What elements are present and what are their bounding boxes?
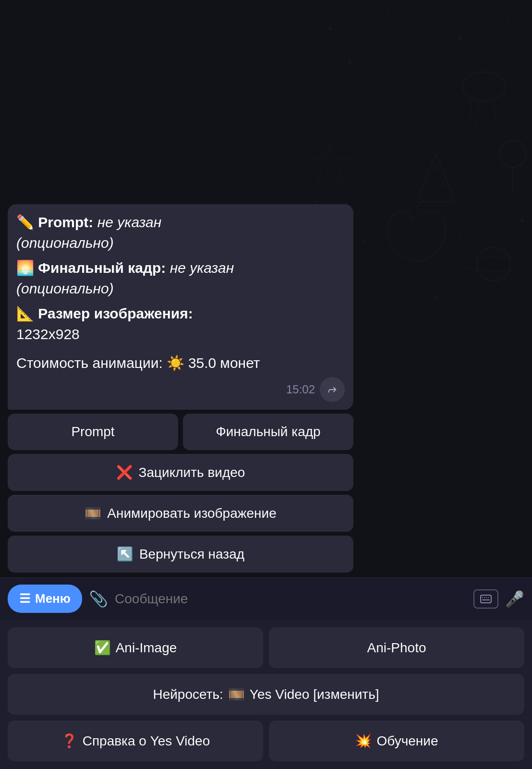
svg-rect-24 [481, 595, 491, 603]
neural-network-button[interactable]: Нейросеть: 🎞️ Yes Video [изменить] [8, 674, 524, 715]
final-frame-label: Финальный кадр: [38, 260, 166, 276]
loop-video-button[interactable]: ❌ Зациклить видео [8, 454, 353, 491]
forward-button[interactable] [320, 377, 345, 402]
prompt-label: Prompt: [38, 214, 93, 230]
message-time: 15:02 [286, 381, 315, 398]
help-icon: ❓ [61, 733, 78, 749]
ani-image-button[interactable]: ✅ Ani-Image [8, 627, 263, 668]
help-button[interactable]: ❓ Справка о Yes Video [8, 720, 263, 761]
cost-label: Стоимость анимации: [16, 353, 163, 374]
image-size-label: Размер изображения: [38, 305, 193, 321]
cost-line: Стоимость анимации: ☀️ 35.0 монет [16, 353, 345, 374]
chat-area: ✏️ Prompt: не указан(опционально) 🌅 Фина… [0, 0, 532, 577]
message-bubble: ✏️ Prompt: не указан(опционально) 🌅 Фина… [8, 204, 353, 410]
cost-emoji: ☀️ [167, 353, 184, 374]
prompt-button[interactable]: Prompt [8, 414, 178, 450]
inline-button-row-1: Prompt Финальный кадр [8, 414, 353, 450]
menu-icon: ☰ [19, 591, 30, 606]
attach-icon[interactable]: 📎 [89, 590, 108, 608]
keyboard-icon[interactable] [473, 589, 498, 609]
go-back-button[interactable]: ↖️ Вернуться назад [8, 536, 353, 573]
menu-label: Меню [35, 591, 71, 606]
ani-photo-button[interactable]: Ani-Photo [269, 627, 524, 668]
kb-row-3: ❓ Справка о Yes Video 💥 Обучение [8, 720, 524, 761]
time-row: 15:02 [16, 377, 345, 402]
prompt-line: ✏️ Prompt: не указан(опционально) [16, 212, 345, 254]
image-size-value: 1232x928 [16, 326, 80, 342]
animate-image-button[interactable]: 🎞️ Анимировать изображение [8, 495, 353, 532]
cost-value: 35.0 [188, 353, 216, 374]
image-size-line: 📐 Размер изображения: 1232x928 [16, 303, 345, 345]
menu-button[interactable]: ☰ Меню [8, 585, 82, 613]
forward-icon [327, 384, 338, 395]
mic-icon[interactable]: 🎤 [505, 590, 524, 608]
keyboard-panel: ✅ Ani-Image Ani-Photo Нейросеть: 🎞️ Yes … [0, 620, 532, 769]
cost-unit: монет [220, 353, 260, 374]
kb-row-2: Нейросеть: 🎞️ Yes Video [изменить] [8, 674, 524, 715]
message-input[interactable] [115, 591, 467, 607]
learn-button[interactable]: 💥 Обучение [269, 720, 524, 761]
input-bar: ☰ Меню 📎 🎤 [0, 577, 532, 620]
kb-row-1: ✅ Ani-Image Ani-Photo [8, 627, 524, 668]
final-frame-line: 🌅 Финальный кадр: не указан(опционально) [16, 257, 345, 299]
final-frame-button[interactable]: Финальный кадр [183, 414, 353, 450]
